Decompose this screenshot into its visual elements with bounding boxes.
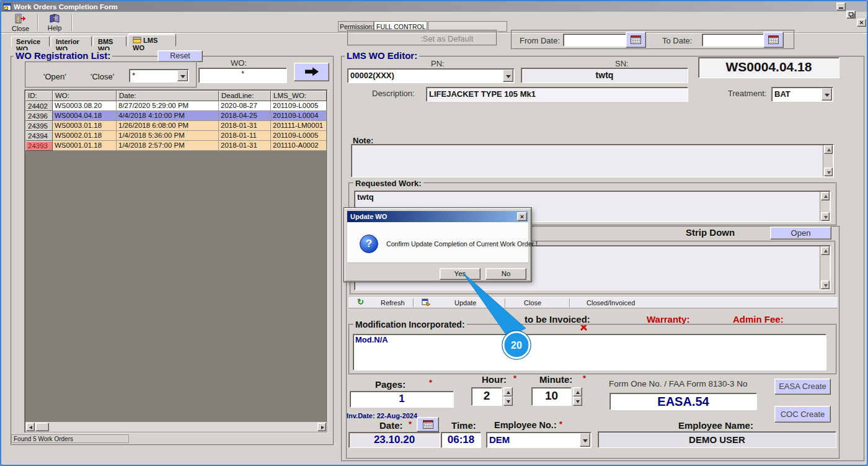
close-action[interactable]: Close <box>524 299 541 307</box>
radio-close-label[interactable]: 'Close' <box>91 72 114 81</box>
column-header-deadline[interactable]: DeadLine: <box>219 91 271 101</box>
search-go-button[interactable] <box>294 63 329 81</box>
inv-date-label: Inv.Date: 22-Aug-2024 <box>347 412 417 419</box>
refresh-action[interactable]: Refresh <box>381 299 405 307</box>
tab-lms-wo[interactable]: LMS WO <box>128 34 176 47</box>
vertical-scrollbar[interactable] <box>820 246 830 289</box>
cell-wo: WS0002.01.18 <box>53 131 117 141</box>
radio-open-label[interactable]: 'Open' <box>43 72 66 81</box>
column-header-lmswo[interactable]: LMS_WO: <box>271 91 327 101</box>
svg-text:?: ? <box>53 16 57 22</box>
table-row[interactable]: 24394WS0002.01.181/4/2018 5:36:00 PM2018… <box>25 131 327 141</box>
pn-combo[interactable]: 00002(XXX) <box>347 68 515 83</box>
modification-textarea[interactable]: Mod.N/A <box>353 334 826 370</box>
table-row[interactable]: 24402WS0003.08.208/27/2020 5:29:00 PM202… <box>25 101 327 111</box>
employee-name-field: DEMO USER <box>598 431 836 448</box>
time-input[interactable]: 06:18 <box>441 432 481 448</box>
scrollbar-thumb[interactable] <box>35 423 49 431</box>
table-row-selected[interactable]: 24396WS0004.04.184/4/2018 4:10:00 PM2018… <box>25 111 327 121</box>
description-field[interactable]: LIFEJACKET TYPE 105 Mk1 <box>426 87 688 102</box>
date-calendar-button[interactable] <box>417 417 439 432</box>
reset-button[interactable]: Reset <box>157 50 203 62</box>
minute-input[interactable]: 10 <box>531 387 572 406</box>
tab-bms-wo[interactable]: BMS WO <box>93 36 126 47</box>
form-one-label: Form One No. / FAA Form 8130-3 No <box>609 379 748 388</box>
form-one-input[interactable]: EASA.54 <box>609 393 757 410</box>
chevron-down-icon[interactable] <box>580 433 590 447</box>
minimize-button[interactable] <box>836 2 846 11</box>
tab-service-wo[interactable]: Service WO <box>11 36 50 47</box>
cell-wo: WS0003.08.20 <box>53 101 117 111</box>
update-action[interactable]: Update <box>454 299 476 307</box>
spin-up-icon[interactable] <box>503 387 513 397</box>
cell-date: 1/4/2018 2:57:00 PM <box>117 141 219 151</box>
wo-filter-combo-value: * <box>132 71 135 80</box>
chevron-down-icon[interactable] <box>822 88 832 101</box>
help-book-icon: ? <box>49 14 60 23</box>
cell-lmswo: 201111-LM0001 <box>271 121 327 131</box>
chevron-down-icon[interactable] <box>503 69 513 82</box>
hour-stepper[interactable] <box>503 387 513 406</box>
minimize-icon <box>839 7 843 9</box>
scroll-down-icon[interactable] <box>824 168 833 176</box>
scroll-up-icon[interactable] <box>824 145 833 154</box>
close-form-button[interactable]: Close <box>6 14 35 32</box>
scroll-down-icon[interactable] <box>821 280 830 289</box>
yes-button[interactable]: Yes <box>440 268 480 280</box>
scroll-up-icon[interactable] <box>821 192 830 200</box>
cell-deadline: 2018-01-31 <box>219 141 271 151</box>
scroll-up-icon[interactable] <box>821 246 830 255</box>
to-date-calendar-button[interactable] <box>763 32 784 48</box>
tab-interior-wo[interactable]: Interior WO <box>51 36 92 47</box>
required-asterisk: * <box>583 374 586 383</box>
modification-value: Mod.N/A <box>355 335 388 344</box>
vertical-scrollbar[interactable] <box>823 145 833 176</box>
easa-create-button[interactable]: EASA Create <box>774 379 831 395</box>
pages-label: Pages: <box>375 379 405 390</box>
from-date-calendar-button[interactable] <box>626 32 646 48</box>
table-row[interactable]: 24393WS0001.01.181/4/2018 2:57:00 PM2018… <box>25 141 327 151</box>
calendar-icon <box>423 420 433 429</box>
to-date-label: To Date: <box>662 36 692 45</box>
to-be-invoiced-label: to be Invoiced: <box>525 314 590 325</box>
employee-name-label: Employee Name: <box>678 420 753 431</box>
spin-down-icon[interactable] <box>573 397 582 406</box>
pages-input[interactable]: 1 <box>350 391 454 408</box>
column-header-date[interactable]: Date: <box>117 91 219 101</box>
required-asterisk: * <box>429 378 432 387</box>
open-button[interactable]: Open <box>770 226 831 240</box>
wo-search-label: WO: <box>231 58 247 68</box>
coc-create-button[interactable]: COC Create <box>774 406 831 423</box>
closed-invoiced-action[interactable]: Closed/Invoiced <box>587 299 635 307</box>
employee-no-value: DEM <box>489 434 510 445</box>
lms-folder-icon <box>133 37 141 43</box>
horizontal-scrollbar[interactable] <box>25 422 327 432</box>
column-header-id[interactable]: ID: <box>25 91 53 101</box>
column-header-wo[interactable]: WO: <box>53 91 117 101</box>
note-textarea[interactable] <box>351 144 834 177</box>
scroll-right-icon[interactable] <box>317 423 326 431</box>
wo-search-input[interactable]: * <box>198 68 287 83</box>
chevron-down-icon[interactable] <box>177 70 188 81</box>
hour-input[interactable]: 2 <box>471 387 502 406</box>
table-row[interactable]: 24395WS0003.01.181/26/2018 6:08:00 PM201… <box>25 121 327 131</box>
scroll-down-icon[interactable] <box>821 212 830 221</box>
treatment-combo[interactable]: BAT <box>771 87 833 102</box>
dialog-close-button[interactable]: × <box>517 212 527 221</box>
calendar-icon <box>768 35 779 44</box>
toolbar-separator <box>569 298 570 307</box>
sn-field[interactable]: twtq <box>521 68 688 83</box>
scroll-left-icon[interactable] <box>26 423 35 431</box>
spin-down-icon[interactable] <box>503 397 513 406</box>
employee-no-combo[interactable]: DEM <box>486 432 591 448</box>
no-button[interactable]: No <box>485 268 526 280</box>
date-input[interactable]: 23.10.20 <box>348 432 440 448</box>
help-button[interactable]: ? Help <box>40 14 69 32</box>
cell-lmswo: 201109-L0004 <box>271 111 327 121</box>
window-title: Work Orders Completion Form <box>14 3 118 11</box>
minute-stepper[interactable] <box>573 387 582 406</box>
spin-up-icon[interactable] <box>573 387 582 397</box>
wo-filter-combo[interactable]: * <box>129 69 189 83</box>
vertical-scrollbar[interactable] <box>820 192 830 221</box>
wo-number-display: WS0004.04.18 <box>698 57 839 78</box>
